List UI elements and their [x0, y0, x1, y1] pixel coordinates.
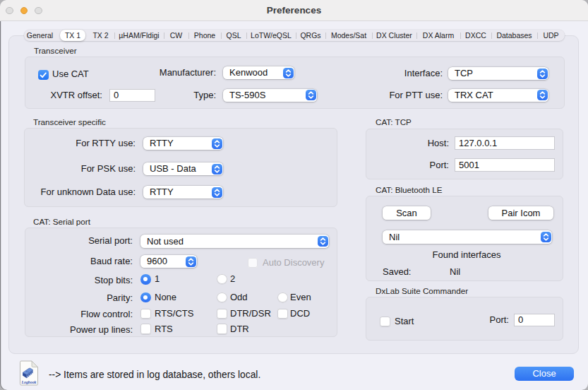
svg-text:Logbook: Logbook — [21, 380, 37, 384]
